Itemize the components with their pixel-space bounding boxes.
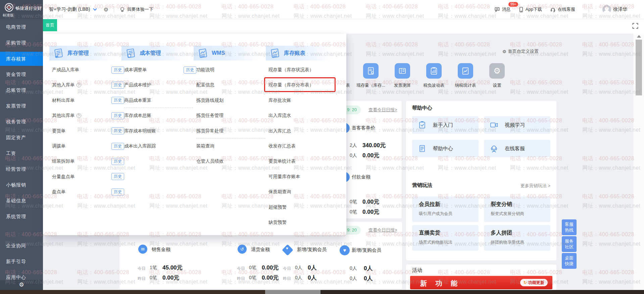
messages-button[interactable]: 消息 99+ (494, 6, 511, 12)
sidebar-item-0[interactable]: 电商管理 (0, 20, 43, 34)
sidebar-gear-button[interactable]: ⚙ (0, 280, 43, 290)
menu-item-label: 超储预警 (268, 204, 287, 210)
help-tile-3[interactable]: 在线客服 (484, 140, 550, 157)
stat-label: 退货金额 (251, 247, 270, 253)
menu-item[interactable]: 产成品入库单历史 (52, 66, 124, 74)
scrollbar-thumb[interactable] (636, 40, 642, 95)
chevron-down-icon[interactable] (93, 7, 97, 10)
help-tile-0[interactable]: 新手入门 (412, 116, 479, 134)
help-tile-1[interactable]: 视频学习 (484, 116, 550, 134)
sidebar-item-8[interactable]: 工资 (0, 146, 43, 160)
daily-report-link[interactable]: 查看今日日报> (368, 107, 397, 113)
menu-item[interactable]: 库存成本明细账 (124, 127, 196, 135)
menu-item[interactable]: 产品成本维护 (124, 81, 196, 89)
app-download-button[interactable]: App下载 (519, 6, 542, 12)
floating-button-1[interactable]: 服务 社区 (562, 236, 577, 252)
sidebar-item-9[interactable]: 经营管理 (0, 162, 43, 176)
menu-item[interactable]: 保质期查询 (268, 188, 341, 196)
homepage-customize-link[interactable]: ⚙ 首页自定义设置 (502, 48, 539, 54)
menu-item[interactable]: 盘点单历史 (52, 188, 124, 196)
sidebar-item-3[interactable]: 资金管理 (0, 68, 43, 81)
menu-item[interactable]: 出入库流水 (268, 112, 341, 120)
sidebar-item-6[interactable]: 税务管理 (0, 115, 43, 128)
history-badge[interactable]: 历史 (111, 158, 124, 165)
org-selector[interactable]: 智+学习-勿删 (LBB) (49, 6, 90, 12)
menu-item[interactable]: 仓管人员绩效 (196, 157, 268, 165)
shortcut-2[interactable]: 税负波动表 (426, 63, 442, 79)
menu-item[interactable]: 出入库汇总 (268, 127, 341, 135)
experience-button[interactable]: 我要体验一下 (119, 6, 153, 12)
history-badge[interactable]: 历史 (111, 112, 124, 119)
menu-item[interactable]: 超储预警 (268, 203, 341, 211)
sidebar-item-4[interactable]: 总账管理 (0, 83, 43, 97)
menu-item[interactable]: 其他入库单?历史 (52, 81, 124, 89)
history-badge[interactable]: 历史 (111, 127, 124, 134)
menu-item-label: 成本调整单 (124, 67, 147, 73)
daily-report-link[interactable]: 查看今日日报> (368, 227, 397, 233)
menu-item[interactable]: 成本调整单历史 (124, 66, 196, 74)
menu-item[interactable]: 商品成本重算 (124, 96, 196, 104)
shortcut-4[interactable]: ⚙设置 (489, 63, 505, 79)
history-badge[interactable]: 历史 (111, 67, 124, 74)
menu-item[interactable]: 成本出入库跟踪 (124, 142, 196, 150)
help-tile-label: 帮助中心 (433, 145, 453, 152)
sidebar-item-14[interactable]: 新手引导 (0, 255, 43, 268)
menu-item[interactable]: 拣货异常处理 (196, 127, 268, 135)
sidebar-item-2[interactable]: 库存核算 (0, 52, 43, 66)
floating-button-0[interactable]: 客服 热线 (562, 219, 577, 235)
shortcut-1[interactable]: 发票测算 (395, 63, 410, 79)
menu-item[interactable]: 要货单历史 (52, 127, 124, 135)
fullscreen-icon[interactable] (632, 23, 639, 29)
feature-update-button[interactable]: ↻功能更新 (520, 279, 548, 286)
marketing-tile-1[interactable]: 裂变分销裂变式发展分销商 (484, 197, 550, 222)
user-menu[interactable]: 徐泽华 (602, 5, 627, 14)
sidebar-item-5[interactable]: 发票管理 (0, 99, 43, 113)
sidebar-item-1[interactable]: 采购管理 (0, 36, 43, 49)
history-badge[interactable]: 历史 (111, 97, 124, 104)
settings-gear-icon[interactable]: ⚙ (104, 6, 108, 13)
menu-item[interactable]: 调拨单历史 (52, 142, 124, 150)
menu-item[interactable]: 现存量（库存状况表） (268, 66, 341, 74)
scroll-up-arrow[interactable] (637, 35, 641, 38)
marketing-tile-3[interactable]: 多人拼团拼团购物享受优惠 (484, 225, 550, 251)
sidebar-item-10[interactable]: 小畅报销 (0, 178, 43, 192)
menu-column-header: WMS (194, 46, 260, 60)
shortcut-0[interactable]: 现存量（库存... (363, 63, 379, 79)
history-badge[interactable]: 历史 (111, 82, 124, 89)
floating-button-2[interactable]: 桌面 快捷 (562, 253, 577, 269)
menu-item[interactable]: 组装拆卸单历史 (52, 157, 124, 165)
menu-item[interactable]: 可用量库存账本 (268, 173, 341, 181)
sidebar-item-12[interactable]: 系统管理 (0, 210, 43, 223)
tabbar: 首页 (43, 19, 644, 34)
sidebar-item-13[interactable]: 企业协同 (0, 239, 43, 252)
menu-item[interactable]: 收发存汇总表 (268, 142, 341, 150)
help-tile-2[interactable]: 帮助中心 (412, 140, 479, 157)
menu-item[interactable]: 要货单统计表 (268, 157, 341, 165)
menu-item[interactable]: 库存批次账 (268, 96, 341, 104)
marketing-tile-0[interactable]: 会员拉新吸引用户成为会员 (412, 197, 479, 222)
menu-item[interactable]: 拣货任务管理 (196, 112, 268, 120)
menu-item[interactable]: 功能说明 (196, 66, 268, 74)
marketing-tile-2[interactable]: 直播卖货场景式购物新玩法 (412, 225, 479, 251)
menu-item[interactable]: 材料出库单历史 (52, 96, 124, 104)
app-download-label: App下载 (526, 6, 542, 12)
history-badge[interactable]: 历史 (184, 67, 196, 74)
history-badge[interactable]: 历史 (111, 173, 124, 180)
sidebar-item-11[interactable]: 基础信息 (0, 194, 43, 207)
tab-home[interactable]: 首页 (43, 19, 57, 31)
sidebar-item-7[interactable]: 固定资产 (0, 131, 43, 144)
shortcut-3[interactable]: 纳税统计表 (458, 63, 473, 79)
more-marketing-link[interactable]: 更多营销玩法 > (521, 183, 550, 189)
online-service-button[interactable]: 在线客服 (550, 6, 575, 12)
history-badge[interactable]: 历史 (111, 143, 124, 150)
menu-item[interactable]: 拣货路线规划 (196, 96, 268, 104)
menu-item[interactable]: 缺货预警 (268, 218, 341, 226)
menu-item[interactable]: 库存成本总账 (124, 112, 196, 120)
menu-item[interactable]: 装箱查询 (196, 142, 268, 150)
menu-item[interactable]: 其他出库单?历史 (52, 112, 124, 120)
chanjet-logo-icon (4, 2, 14, 12)
doc-chart-icon (269, 47, 281, 59)
history-badge[interactable]: 历史 (111, 188, 124, 196)
menu-item[interactable]: 配置信息 (196, 81, 268, 89)
menu-item[interactable]: 分量盘点单历史 (52, 173, 124, 181)
